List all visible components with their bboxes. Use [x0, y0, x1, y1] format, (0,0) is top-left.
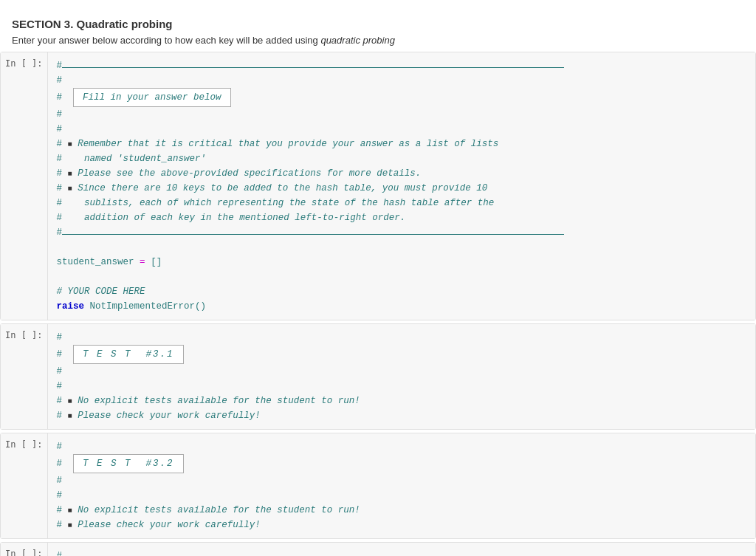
section-desc-pre: Enter your answer below according to how… [12, 35, 320, 46]
section-desc-em: quadratic probing [320, 35, 394, 46]
cell-label-test31: In [ ]: [1, 324, 48, 429]
cell-label-answer: In [ ]: [1, 52, 48, 320]
test-box-31: T E S T #3.1 [73, 345, 184, 364]
notebook-cell-test31: In [ ]: # # T E S T #3.1 # # # ■ No expl… [0, 323, 756, 430]
notebook-cell-answer: In [ ]: # # # Fill in your answer below … [0, 52, 756, 320]
cell-content-answer[interactable]: # # # Fill in your answer below # # # ■ … [48, 52, 755, 320]
cell-content-test31[interactable]: # # T E S T #3.1 # # # ■ No explicit tes… [48, 324, 755, 429]
section-header: SECTION 3. Quadratic probing Enter your … [0, 12, 756, 49]
cell-label-test33: In [ ]: [1, 543, 48, 556]
notebook-cell-test32: In [ ]: # # T E S T #3.2 # # # ■ No expl… [0, 433, 756, 539]
notebook-cell-test33: In [ ]: # # T E S T #3.3 # # # ■ No expl… [0, 542, 756, 556]
page-container: SECTION 3. Quadratic probing Enter your … [0, 0, 756, 556]
cell-label-test32: In [ ]: [1, 433, 48, 538]
cell-content-test32[interactable]: # # T E S T #3.2 # # # ■ No explicit tes… [48, 433, 755, 538]
test-box-32: T E S T #3.2 [73, 454, 184, 473]
cell-content-test33[interactable]: # # T E S T #3.3 # # # ■ No explicit tes… [48, 543, 755, 556]
answer-box: Fill in your answer below [73, 88, 231, 107]
section-title: SECTION 3. Quadratic probing [12, 18, 744, 30]
section-description: Enter your answer below according to how… [12, 35, 744, 46]
